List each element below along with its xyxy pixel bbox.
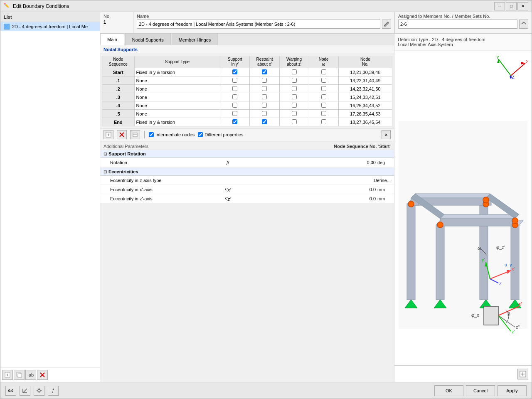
svg-text:Y: Y: [496, 55, 500, 60]
check-z[interactable]: [292, 119, 297, 124]
table-row-y[interactable]: [220, 85, 250, 93]
params-header: Additional Parameters Node Sequence No. …: [100, 143, 394, 150]
check-w[interactable]: [321, 78, 326, 83]
eccentricity-z-type-row: Eccentricity in z-axis type Define...: [100, 176, 394, 185]
function-button[interactable]: ƒ: [48, 386, 59, 396]
name-edit-button[interactable]: [382, 20, 391, 29]
name-section: Name: [133, 12, 394, 33]
table-row-x[interactable]: [250, 110, 279, 118]
table-row-w[interactable]: [309, 93, 338, 101]
eccentricities-group[interactable]: ⊟ Eccentricities: [100, 168, 394, 176]
check-x[interactable]: [262, 94, 267, 99]
check-w[interactable]: [321, 69, 326, 74]
check-w[interactable]: [321, 94, 326, 99]
coord-button[interactable]: 0.0: [5, 386, 16, 396]
check-y[interactable]: [232, 86, 237, 91]
svg-point-45: [437, 222, 443, 228]
table-row-y[interactable]: [220, 101, 250, 110]
table-row-y[interactable]: [220, 68, 250, 76]
check-x[interactable]: [262, 78, 267, 83]
table-row-w[interactable]: [309, 76, 338, 85]
table-row-z[interactable]: [279, 76, 309, 85]
table-row-z[interactable]: [279, 93, 309, 101]
assigned-edit-button[interactable]: [519, 20, 528, 29]
check-z[interactable]: [292, 111, 297, 116]
table-row-w[interactable]: [309, 110, 338, 118]
check-z[interactable]: [292, 86, 297, 91]
table-row-x[interactable]: [250, 93, 279, 101]
add-item-button[interactable]: +: [2, 370, 13, 380]
svg-rect-38: [440, 219, 515, 226]
tab-nodal-supports[interactable]: Nodal Supports: [125, 34, 171, 45]
check-y[interactable]: [232, 119, 237, 124]
cancel-button[interactable]: Cancel: [466, 385, 495, 396]
table-row-y[interactable]: [220, 110, 250, 118]
maximize-button[interactable]: □: [506, 2, 517, 10]
intermediate-nodes-label[interactable]: Intermediate nodes: [149, 132, 195, 137]
check-w[interactable]: [321, 111, 326, 116]
check-y[interactable]: [232, 103, 237, 108]
name-input[interactable]: [137, 20, 380, 29]
different-properties-checkbox[interactable]: [198, 132, 203, 137]
table-row-x[interactable]: [250, 101, 279, 110]
assigned-input[interactable]: [398, 20, 517, 29]
table-row-y[interactable]: [220, 76, 250, 85]
toolbar-delete2-button[interactable]: [130, 130, 140, 139]
close-button[interactable]: ✕: [517, 2, 528, 10]
diagram-settings-button[interactable]: [517, 369, 528, 379]
check-y[interactable]: [232, 78, 237, 83]
table-row-x[interactable]: [250, 85, 279, 93]
support-rotation-group[interactable]: ⊟ Support Rotation: [100, 150, 394, 158]
axis-button[interactable]: [20, 386, 30, 396]
table-row-y[interactable]: [220, 93, 250, 101]
check-z[interactable]: [292, 94, 297, 99]
tab-main[interactable]: Main: [100, 34, 124, 45]
check-y[interactable]: [232, 111, 237, 116]
apply-button[interactable]: Apply: [498, 385, 527, 396]
check-z[interactable]: [292, 69, 297, 74]
tab-member-hinges[interactable]: Member Hinges: [172, 34, 218, 45]
check-x[interactable]: [262, 103, 267, 108]
check-x[interactable]: [262, 69, 267, 74]
table-row-w[interactable]: [309, 101, 338, 110]
check-x[interactable]: [262, 111, 267, 116]
table-row-z[interactable]: [279, 68, 309, 76]
table-row-type: None: [134, 101, 220, 110]
rename-item-button[interactable]: ab: [25, 370, 36, 380]
table-row-w[interactable]: [309, 85, 338, 93]
table-row-z[interactable]: [279, 85, 309, 93]
check-z[interactable]: [292, 103, 297, 108]
collapse-icon: ⊟: [103, 152, 107, 156]
list-item[interactable]: 2D - 4 degrees of freedom | Local Me: [0, 22, 100, 31]
check-y[interactable]: [232, 69, 237, 74]
table-row-z[interactable]: [279, 101, 309, 110]
col-header-type: Support Type: [134, 56, 220, 68]
table-row-x[interactable]: [250, 118, 279, 126]
eccz-type-name: Eccentricity in z-axis type: [108, 177, 230, 184]
table-row-w[interactable]: [309, 68, 338, 76]
table-row-x[interactable]: [250, 68, 279, 76]
ok-button[interactable]: OK: [434, 385, 463, 396]
toolbar-delete-button[interactable]: [117, 130, 127, 139]
copy-item-button[interactable]: [14, 370, 25, 380]
check-w[interactable]: [321, 86, 326, 91]
table-row-z[interactable]: [279, 110, 309, 118]
check-z[interactable]: [292, 78, 297, 83]
toolbar-close-button[interactable]: ✕: [382, 130, 391, 139]
toolbar-add-button[interactable]: +: [103, 130, 113, 139]
check-y[interactable]: [232, 94, 237, 99]
different-properties-label[interactable]: Different properties: [198, 132, 243, 137]
table-row-y[interactable]: [220, 118, 250, 126]
table-row-x[interactable]: [250, 76, 279, 85]
check-w[interactable]: [321, 103, 326, 108]
intermediate-nodes-checkbox[interactable]: [149, 132, 154, 137]
settings-button[interactable]: [34, 386, 44, 396]
check-x[interactable]: [262, 86, 267, 91]
check-w[interactable]: [321, 119, 326, 124]
table-row-w[interactable]: [309, 118, 338, 126]
right-panel: No. 1 Name Assigned to Members No. / Mem…: [100, 12, 532, 382]
minimize-button[interactable]: ─: [494, 2, 505, 10]
check-x[interactable]: [262, 119, 267, 124]
delete-item-button[interactable]: [37, 370, 48, 380]
table-row-z[interactable]: [279, 118, 309, 126]
